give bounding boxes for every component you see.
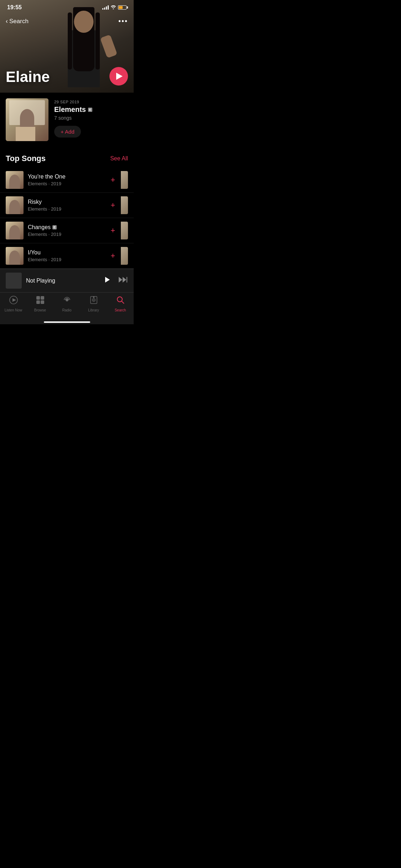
song-item[interactable]: I/You Elements · 2019 + xyxy=(0,243,134,269)
see-all-button[interactable]: See All xyxy=(110,155,128,162)
song-info: Risky Elements · 2019 xyxy=(28,199,105,212)
home-indicator xyxy=(0,319,134,324)
browse-icon xyxy=(36,295,45,307)
explicit-badge: E xyxy=(88,108,92,112)
svg-point-10 xyxy=(66,299,68,301)
play-icon xyxy=(116,73,123,80)
search-icon xyxy=(116,295,125,307)
hero-play-button[interactable] xyxy=(109,67,128,86)
svg-marker-1 xyxy=(119,277,122,283)
song-title: Changes xyxy=(28,224,51,231)
signal-icon xyxy=(102,5,109,10)
tab-library-label: Library xyxy=(88,308,99,312)
back-label: Search xyxy=(9,18,29,25)
top-songs-title: Top Songs xyxy=(6,154,46,163)
now-playing-title: Not Playing xyxy=(26,278,99,284)
song-thumbnail xyxy=(6,222,24,239)
svg-point-15 xyxy=(117,297,122,302)
song-info: I/You Elements · 2019 xyxy=(28,249,105,262)
svg-marker-5 xyxy=(12,298,16,302)
album-section: 29 SEP 2019 Elements E 7 songs + Add xyxy=(0,93,134,147)
svg-marker-2 xyxy=(123,277,126,283)
svg-rect-6 xyxy=(36,296,40,300)
song-right-preview xyxy=(121,222,128,239)
song-subtitle: Elements · 2019 xyxy=(28,232,105,237)
song-item[interactable]: Risky Elements · 2019 + xyxy=(0,193,134,218)
song-add-button[interactable]: + xyxy=(109,227,117,234)
now-playing-play-button[interactable] xyxy=(103,276,111,286)
album-date: 29 SEP 2019 xyxy=(54,100,128,104)
song-add-button[interactable]: + xyxy=(109,176,117,184)
home-bar xyxy=(44,321,90,323)
svg-rect-9 xyxy=(41,300,44,304)
song-subtitle: Elements · 2019 xyxy=(28,181,105,186)
svg-rect-14 xyxy=(93,296,94,298)
song-thumbnail xyxy=(6,196,24,214)
artist-name: Elaine xyxy=(6,68,50,86)
status-bar: 19:55 xyxy=(0,0,134,14)
radio-icon xyxy=(62,295,72,307)
listen-now-icon xyxy=(9,295,18,307)
tab-search[interactable]: Search xyxy=(107,295,134,312)
song-add-button[interactable]: + xyxy=(109,252,117,260)
wifi-icon xyxy=(110,5,116,10)
song-right-preview xyxy=(121,196,128,214)
song-right-preview xyxy=(121,171,128,189)
song-thumbnail xyxy=(6,171,24,189)
song-list: You're the One Elements · 2019 + Risky E… xyxy=(0,167,134,269)
nav-bar: ‹ Search ••• xyxy=(0,17,134,25)
now-playing-bar: Not Playing xyxy=(0,269,134,292)
song-right-preview xyxy=(121,247,128,265)
library-icon xyxy=(89,295,98,307)
add-button[interactable]: + Add xyxy=(54,126,81,138)
song-title: You're the One xyxy=(28,174,66,180)
hero-section: ‹ Search ••• Elaine xyxy=(0,0,134,93)
status-icons xyxy=(102,5,127,10)
song-title: I/You xyxy=(28,249,41,256)
tab-radio[interactable]: Radio xyxy=(53,295,80,312)
album-info: 29 SEP 2019 Elements E 7 songs + Add xyxy=(54,98,128,138)
tab-browse[interactable]: Browse xyxy=(27,295,53,312)
svg-rect-8 xyxy=(36,300,40,304)
battery-icon xyxy=(118,5,127,10)
tab-radio-label: Radio xyxy=(62,308,71,312)
song-info: You're the One Elements · 2019 xyxy=(28,174,105,186)
song-add-button[interactable]: + xyxy=(109,201,117,209)
explicit-badge: E xyxy=(52,225,57,229)
song-title: Risky xyxy=(28,199,42,205)
album-songs-count: 7 songs xyxy=(54,115,128,121)
status-time: 19:55 xyxy=(7,4,22,11)
now-playing-forward-button[interactable] xyxy=(118,276,128,285)
tab-listen-now-label: Listen Now xyxy=(5,308,22,312)
album-title-row: Elements E xyxy=(54,105,128,114)
svg-rect-3 xyxy=(127,277,127,283)
svg-line-16 xyxy=(122,301,124,304)
more-button[interactable]: ••• xyxy=(118,17,128,25)
svg-rect-7 xyxy=(41,296,44,300)
song-subtitle: Elements · 2019 xyxy=(28,257,105,262)
album-title: Elements xyxy=(54,105,86,114)
album-art xyxy=(6,98,48,141)
tab-search-label: Search xyxy=(115,308,126,312)
svg-marker-0 xyxy=(105,277,110,283)
back-button[interactable]: ‹ Search xyxy=(6,17,29,25)
tab-bar: Listen Now Browse Radio xyxy=(0,292,134,319)
tab-browse-label: Browse xyxy=(34,308,46,312)
song-subtitle: Elements · 2019 xyxy=(28,206,105,212)
song-item[interactable]: Changes E Elements · 2019 + xyxy=(0,218,134,243)
now-playing-art xyxy=(6,273,22,289)
svg-point-13 xyxy=(93,300,94,301)
song-item[interactable]: You're the One Elements · 2019 + xyxy=(0,167,134,193)
back-chevron-icon: ‹ xyxy=(6,17,8,25)
tab-library[interactable]: Library xyxy=(80,295,107,312)
song-thumbnail xyxy=(6,247,24,265)
song-info: Changes E Elements · 2019 xyxy=(28,224,105,237)
top-songs-header: Top Songs See All xyxy=(0,147,134,167)
tab-listen-now[interactable]: Listen Now xyxy=(0,295,27,312)
